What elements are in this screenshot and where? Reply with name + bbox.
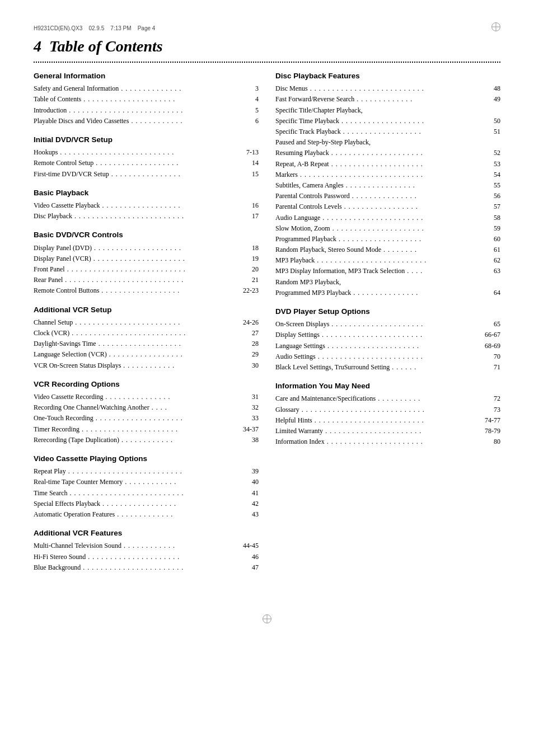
toc-entry: 42Special Effects Playback . . . . . . .… — [34, 499, 259, 509]
entry-text: Random Playback, Stereo Sound Mode — [275, 246, 381, 253]
entry-dots: . . . . . . . . . . . . . . . — [104, 393, 171, 401]
entry-text: Black Level Settings, TruSurround Settin… — [275, 363, 390, 371]
entry-text: Special Effects Playback — [34, 500, 100, 508]
toc-entry: 27Clock (VCR) . . . . . . . . . . . . . … — [34, 328, 259, 339]
entry-dots: . . . . . . . . . . . . . . . . . . . . … — [298, 171, 423, 179]
entry-dots: . . . . . . . . . . . . . . . . . . . . … — [68, 489, 184, 497]
toc-entry: 7-13Hookups . . . . . . . . . . . . . . … — [34, 147, 259, 158]
entry-dots: . . . . . . . . . . . . . . . . . . . . … — [315, 256, 427, 264]
toc-section: Video Cassette Playing Options39Repeat P… — [34, 453, 259, 520]
entry-text: VCR On-Screen Status Displays — [34, 361, 121, 369]
entry-page: 21 — [252, 275, 259, 285]
entry-dots: . . . . . . . . . . . . . . . . . — [342, 203, 418, 210]
entry-page: 33 — [252, 413, 259, 424]
entry-dots: . . . . . . . . . . . . . . . . . — [107, 350, 183, 358]
toc-content: General Information3Safety and General I… — [34, 71, 500, 581]
toc-entry: 64Programmed MP3 Playback . . . . . . . … — [275, 288, 500, 298]
entry-text: Disc Playback — [34, 212, 72, 220]
toc-entry: 71Black Level Settings, TruSurround Sett… — [275, 362, 500, 373]
toc-entry: 19Display Panel (VCR) . . . . . . . . . … — [34, 253, 259, 264]
entry-page: 24-26 — [243, 317, 259, 328]
entry-dots: . . . . . . . . . . . . . . . . . . — [100, 201, 181, 209]
entry-text: First-time DVD/VCR Setup — [34, 170, 109, 178]
entry-page: 31 — [252, 392, 259, 402]
entry-page: 16 — [252, 200, 259, 211]
section-title: Additional VCR Setup — [34, 304, 259, 316]
entry-dots: . . . . . . . . . . . . . . . . . . . . … — [73, 318, 180, 326]
entry-page: 56 — [494, 191, 500, 201]
entry-dots: . . . . . . . . . . . . . . . — [351, 289, 418, 297]
entry-dots: . . . . . . . . . . . . . . . . . . . . … — [81, 95, 175, 103]
entry-dots: . . . . . . . . . . . . — [121, 542, 175, 550]
entry-page: 64 — [494, 288, 500, 298]
entry-dots: . . . . . . . . . . . . . . . . . . . . … — [66, 467, 182, 475]
entry-text: Disc Menus — [275, 84, 308, 92]
entry-text: Video Cassette Recording — [34, 393, 104, 401]
entry-page: 22-23 — [243, 285, 259, 296]
entry-page: 57 — [494, 201, 500, 212]
entry-text: Programmed Playback — [275, 235, 336, 243]
entry-dots: . . . . . . . . . . . . — [129, 117, 182, 125]
title-text: Table of Contents — [49, 37, 163, 55]
entry-dots: . . . . . . . . . . . . . . . . . . . . … — [330, 224, 424, 232]
entry-page: 40 — [252, 477, 259, 487]
entry-text: Helpful Hints — [275, 416, 312, 424]
right-column: Disc Playback Features48Disc Menus . . .… — [275, 71, 500, 581]
entry-text: Language Settings — [275, 342, 325, 350]
entry-text: Display Panel (DVD) — [34, 244, 92, 252]
toc-entry: 56Parental Controls Password . . . . . .… — [275, 191, 500, 201]
toc-entry: 73Glossary . . . . . . . . . . . . . . .… — [275, 405, 500, 415]
entry-page: 15 — [252, 169, 259, 180]
toc-entry: 72Care and Maintenance/Specifications . … — [275, 393, 500, 404]
entry-text: Rerecording (Tape Duplication) — [34, 436, 119, 444]
toc-entry: 51Specific Track Playback . . . . . . . … — [275, 126, 500, 137]
entry-page: 4 — [255, 94, 259, 105]
toc-entry: 60Programmed Playback . . . . . . . . . … — [275, 234, 500, 245]
toc-entry: 40Real-time Tape Counter Memory . . . . … — [34, 477, 259, 487]
entry-text: MP3 Playback — [275, 256, 315, 264]
entry-dots: . . . . . . . . . . . . . . . . . . . . … — [63, 276, 184, 284]
entry-dots: . . . . . . . . . . . . . . . . . . . . — [93, 414, 183, 422]
registration-mark-bottom — [263, 614, 271, 623]
toc-entry: 21Rear Panel . . . . . . . . . . . . . .… — [34, 275, 259, 285]
entry-dots: . . . . . . . . . . . . — [121, 361, 175, 369]
entry-text: Rear Panel — [34, 276, 63, 284]
toc-entry: 62MP3 Playback . . . . . . . . . . . . .… — [275, 255, 500, 266]
toc-entry: 28Daylight-Savings Time . . . . . . . . … — [34, 339, 259, 349]
entry-page: 73 — [494, 405, 500, 415]
entry-page: 66-67 — [485, 330, 500, 340]
entry-text: Safety and General Information — [34, 84, 119, 92]
entry-page: 78-79 — [485, 426, 500, 436]
entry-page: 70 — [494, 351, 500, 362]
entry-page: 32 — [252, 402, 259, 413]
entry-page: 65 — [494, 319, 500, 330]
entry-text: Real-time Tape Counter Memory — [34, 478, 123, 486]
entry-text: One-Touch Recording — [34, 414, 93, 422]
toc-entry: 33One-Touch Recording . . . . . . . . . … — [34, 413, 259, 424]
toc-entry: 68-69Language Settings . . . . . . . . .… — [275, 341, 500, 351]
toc-entry: 46Hi-Fi Stereo Sound . . . . . . . . . .… — [34, 552, 259, 562]
toc-entry: 34-37Timer Recording . . . . . . . . . .… — [34, 424, 259, 435]
entry-text: Paused and Step-by-Step Playback, — [275, 138, 371, 146]
entry-dots: . . . . . . . . . . . . . . . — [350, 192, 417, 200]
entry-dots: . . . . — [405, 267, 423, 275]
entry-dots: . . . . . . . . . . . . . . . . . . . — [93, 159, 179, 167]
top-reg-mark — [491, 22, 500, 34]
page-header: H9231CD(EN).QX3 02.9.5 7:13 PM Page 4 — [34, 22, 500, 34]
entry-dots: . . . . . . . . . . . . . . . . . . . . … — [69, 329, 186, 337]
entry-text: Introduction — [34, 106, 67, 114]
entry-text: On-Screen Displays — [275, 320, 329, 328]
entry-dots: . . . . . . . . . . . . . . . . . . . — [96, 340, 181, 348]
entry-text: Blue Background — [34, 564, 81, 571]
entry-text: Automatic Operation Features — [34, 510, 115, 518]
entry-text: Display Panel (VCR) — [34, 255, 91, 262]
entry-dots: . . . . . . — [390, 363, 416, 371]
toc-entry: 16Video Cassette Playback . . . . . . . … — [34, 200, 259, 211]
entry-text: Video Cassette Playback — [34, 201, 100, 209]
toc-entry: 78-79Limited Warranty . . . . . . . . . … — [275, 426, 500, 436]
toc-entry: 52Resuming Playback . . . . . . . . . . … — [275, 148, 500, 158]
toc-entry: Random MP3 Playback, — [275, 277, 500, 288]
entry-dots: . . . . . . . . . . . . . . . . . . . . … — [325, 438, 423, 445]
entry-page: 68-69 — [485, 341, 500, 351]
file-page: Page 4 — [138, 25, 156, 31]
